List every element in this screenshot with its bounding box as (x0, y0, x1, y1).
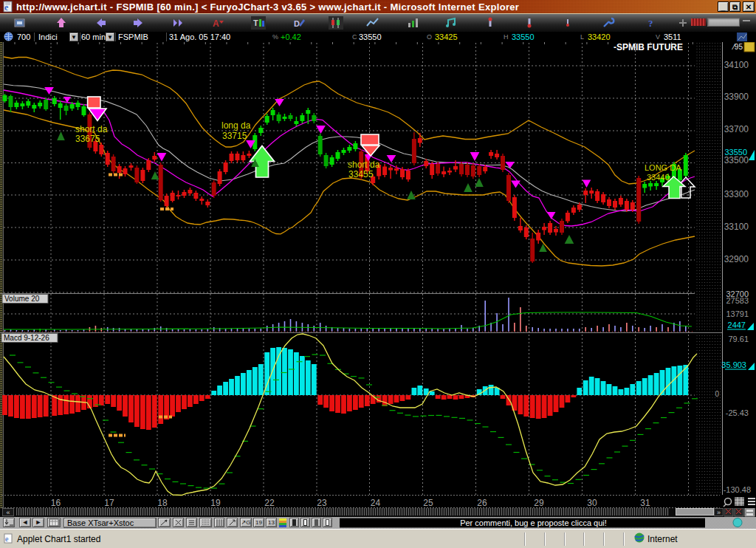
svg-text:short da: short da (75, 124, 108, 134)
svg-text:D: D (294, 19, 300, 28)
svg-text:13791: 13791 (726, 309, 749, 318)
svg-text:33300: 33300 (724, 189, 749, 199)
svg-text:31: 31 (640, 498, 650, 508)
svg-text:33455: 33455 (348, 169, 374, 179)
svg-text:32900: 32900 (724, 254, 749, 264)
svg-text:33550: 33550 (724, 148, 747, 157)
svg-text:e: e (5, 535, 9, 543)
svg-text:-25.43: -25.43 (726, 408, 749, 417)
svg-text:33500: 33500 (724, 155, 749, 165)
svg-text:⁄95: ⁄95 (731, 43, 743, 51)
svg-text:35.903: 35.903 (721, 360, 746, 369)
svg-text:33100: 33100 (724, 222, 749, 232)
svg-text:79.61: 79.61 (728, 335, 749, 343)
svg-text:33715: 33715 (222, 131, 247, 141)
svg-text:33675: 33675 (75, 134, 100, 144)
svg-text:e: e (4, 2, 9, 13)
svg-text:Volume 20: Volume 20 (4, 295, 40, 303)
svg-text:19: 19 (210, 498, 221, 508)
svg-text:22: 22 (264, 498, 275, 508)
svg-text:2447: 2447 (728, 321, 746, 329)
svg-text:-SPMIB FUTURE: -SPMIB FUTURE (614, 42, 683, 52)
svg-text:long da: long da (221, 120, 251, 131)
svg-text:34100: 34100 (724, 60, 749, 70)
svg-text:short da: short da (348, 160, 380, 170)
svg-text:17: 17 (104, 498, 114, 508)
svg-text:0: 0 (715, 390, 719, 398)
svg-text:23: 23 (317, 498, 327, 508)
svg-text:-130.48: -130.48 (724, 485, 751, 494)
svg-text:30: 30 (587, 498, 597, 508)
svg-text:LONG DA: LONG DA (645, 163, 681, 172)
svg-text:18: 18 (157, 498, 168, 508)
svg-text:T: T (253, 18, 258, 27)
svg-text:29: 29 (534, 498, 544, 508)
svg-text:26: 26 (477, 498, 487, 508)
svg-text:25: 25 (423, 498, 433, 508)
svg-text:24: 24 (371, 498, 381, 508)
svg-text:Macd 9-12-26: Macd 9-12-26 (4, 334, 49, 342)
svg-text:16: 16 (51, 498, 61, 508)
svg-text:33440: 33440 (647, 173, 670, 182)
svg-text:33700: 33700 (724, 124, 749, 134)
svg-text:A: A (213, 18, 219, 29)
svg-text:27583: 27583 (726, 296, 749, 305)
svg-text:?: ? (648, 18, 653, 29)
svg-text:33900: 33900 (724, 92, 749, 102)
